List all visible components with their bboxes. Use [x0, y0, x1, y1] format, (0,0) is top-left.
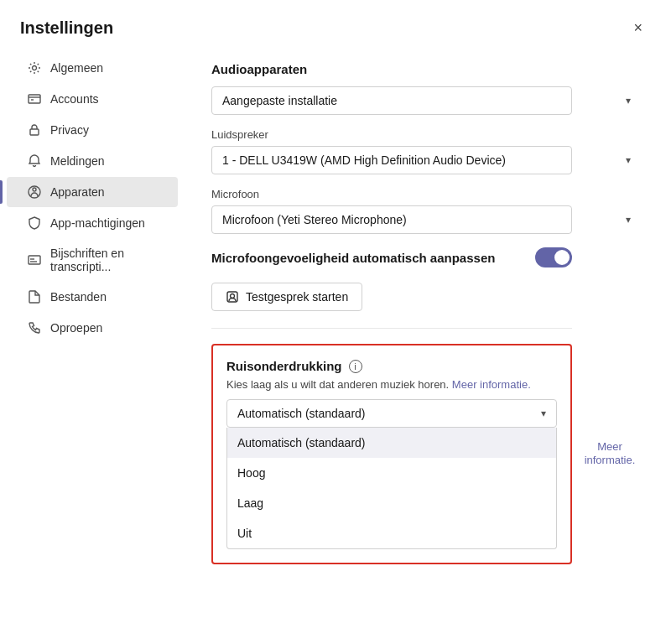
sidebar-label-privacy: Privacy: [50, 123, 89, 137]
sidebar-item-oproepen[interactable]: Oproepen: [7, 313, 178, 343]
settings-dialog: Instellingen × Algemeen: [0, 0, 666, 644]
speaker-select-wrapper: 1 - DELL U3419W (AMD High Definition Aud…: [211, 146, 639, 174]
info-icon[interactable]: i: [349, 360, 362, 373]
sidebar-label-apparaten: Apparaten: [50, 185, 105, 199]
svg-point-0: [33, 66, 37, 70]
noise-title-row: Ruisonderdrukking i: [226, 359, 557, 373]
test-btn-label: Testgesprek starten: [246, 290, 348, 304]
svg-rect-4: [30, 129, 39, 135]
noise-section-container: Ruisonderdrukking i Kies laag als u wilt…: [211, 344, 572, 564]
mic-sensitivity-toggle[interactable]: [535, 247, 572, 267]
sidebar-label-meldingen: Meldingen: [50, 154, 105, 168]
noise-option-2[interactable]: Laag: [227, 488, 556, 518]
noise-desc: Kies laag als u wilt dat anderen muziek …: [226, 378, 557, 391]
sidebar-label-oproepen: Oproepen: [50, 321, 102, 335]
sidebar-item-accounts[interactable]: Accounts: [7, 84, 178, 114]
bell-icon: [27, 153, 42, 169]
sidebar-item-bijschriften[interactable]: Bijschriften en transcripti...: [7, 239, 178, 281]
toggle-label: Microfoongevoeligheid automatisch aanpas…: [211, 251, 495, 265]
dialog-body: Algemeen Accounts: [0, 45, 666, 644]
noise-section: Ruisonderdrukking i Kies laag als u wilt…: [211, 344, 572, 564]
sidebar-label-bijschriften: Bijschriften en transcripti...: [50, 247, 161, 273]
sidebar-label-bestanden: Bestanden: [50, 290, 107, 304]
dialog-title: Instellingen: [20, 18, 113, 38]
svg-rect-1: [29, 95, 40, 103]
devices-icon: [27, 184, 42, 200]
accounts-icon: [27, 91, 42, 106]
mic-select[interactable]: Microfoon (Yeti Stereo Microphone): [211, 205, 572, 234]
audio-select[interactable]: Aangepaste installatie: [211, 86, 572, 115]
sidebar-item-bestanden[interactable]: Bestanden: [7, 282, 178, 312]
noise-option-3[interactable]: Uit: [227, 518, 556, 548]
speaker-select[interactable]: 1 - DELL U3419W (AMD High Definition Aud…: [211, 146, 572, 174]
close-button[interactable]: ×: [630, 17, 646, 39]
svg-point-5: [33, 188, 36, 191]
noise-chevron-icon: ▾: [541, 408, 546, 419]
noise-dropdown-selected[interactable]: Automatisch (standaard) ▾: [226, 399, 557, 428]
mic-chevron-icon: ▾: [626, 214, 631, 226]
mic-label: Microfoon: [211, 188, 639, 200]
divider: [211, 328, 572, 329]
dialog-header: Instellingen ×: [0, 0, 666, 45]
mic-select-wrapper: Microfoon (Yeti Stereo Microphone) ▾: [211, 205, 639, 234]
speaker-label: Luidspreker: [211, 128, 639, 141]
noise-dropdown-list: Automatisch (standaard) Hoog Laag Uit: [226, 428, 557, 549]
phone-icon: [27, 320, 42, 335]
sidebar-item-apparaten[interactable]: Apparaten: [7, 177, 178, 207]
gear-icon: [27, 60, 42, 75]
audio-select-wrapper: Aangepaste installatie ▾: [211, 86, 639, 115]
sidebar-item-privacy[interactable]: Privacy: [7, 115, 178, 145]
sidebar-item-algemeen[interactable]: Algemeen: [7, 53, 178, 83]
svg-point-11: [231, 294, 235, 299]
main-content: Audioapparaten Aangepaste installatie ▾ …: [185, 45, 666, 644]
noise-option-0[interactable]: Automatisch (standaard): [227, 428, 556, 458]
noise-option-1[interactable]: Hoog: [227, 458, 556, 488]
svg-rect-7: [29, 256, 40, 264]
meer-info-right-link[interactable]: Meer informatie.: [580, 440, 639, 469]
file-icon: [27, 289, 42, 304]
sidebar-label-accounts: Accounts: [50, 92, 99, 106]
sidebar: Algemeen Accounts: [0, 45, 185, 644]
sidebar-item-meldingen[interactable]: Meldingen: [7, 146, 178, 176]
sidebar-label-app-machtigingen: App-machtigingen: [50, 216, 145, 230]
noise-title: Ruisonderdrukking: [226, 359, 342, 373]
shield-icon: [27, 216, 42, 231]
audio-title: Audioapparaten: [211, 62, 639, 76]
lock-icon: [27, 122, 42, 138]
caption-icon: [27, 252, 42, 267]
phone-icon: [226, 290, 239, 304]
speaker-chevron-icon: ▾: [626, 154, 631, 166]
toggle-row: Microfoongevoeligheid automatisch aanpas…: [211, 247, 572, 267]
noise-more-info-link[interactable]: Meer informatie.: [452, 378, 531, 391]
sidebar-item-app-machtigingen[interactable]: App-machtigingen: [7, 208, 178, 238]
noise-dropdown: Automatisch (standaard) ▾ Automatisch (s…: [226, 399, 557, 549]
audio-section: Audioapparaten Aangepaste installatie ▾ …: [211, 62, 639, 329]
test-call-button[interactable]: Testgesprek starten: [211, 283, 362, 311]
audio-chevron-icon: ▾: [626, 95, 631, 106]
sidebar-label-algemeen: Algemeen: [50, 61, 103, 75]
